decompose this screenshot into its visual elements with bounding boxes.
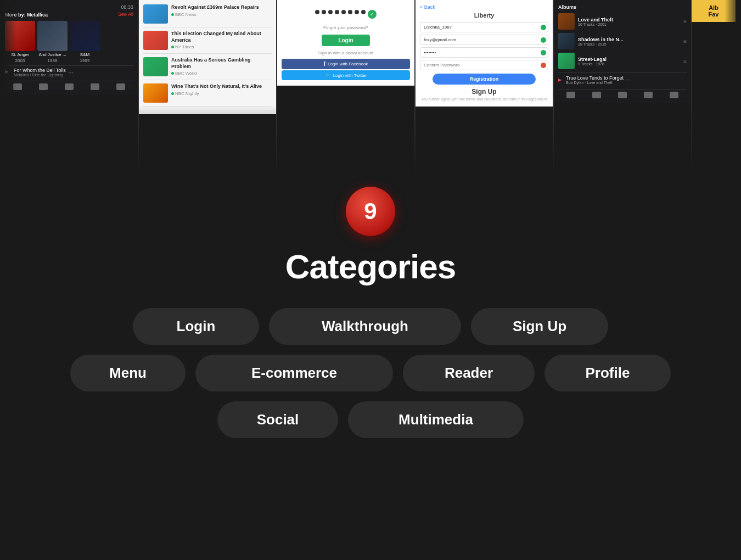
playing-more-icon[interactable]: ···: [626, 77, 630, 83]
username-field-wrapper: [420, 21, 548, 33]
album-item-1: St. Anger 2003: [5, 21, 35, 63]
spotify-action-3[interactable]: [618, 92, 627, 98]
action-icon-5[interactable]: [116, 83, 125, 90]
more-by-label: More by: Metallica: [5, 12, 48, 18]
check-mark: ✓: [368, 10, 377, 19]
social-text: Sign in with a social account: [318, 51, 374, 55]
dot-4: [335, 10, 339, 14]
spotify-art-1: [558, 13, 575, 30]
music-panel-wrapper: 08:33 More by: Metallica See All St. Ang…: [0, 0, 138, 176]
album-name-3: S&M: [70, 52, 100, 57]
tw-label: Login with Twitter: [333, 73, 367, 78]
category-profile-button[interactable]: Profile: [544, 355, 671, 391]
category-menu-button[interactable]: Menu: [70, 355, 186, 391]
category-login-button[interactable]: Login: [133, 308, 259, 345]
action-icon-1[interactable]: [13, 83, 22, 90]
album-year-3: 1999: [70, 58, 100, 63]
album-name-2: And Justice ...: [37, 52, 68, 57]
password-field-wrapper: [420, 46, 548, 59]
news-source-2: NY Times: [171, 44, 272, 49]
fb-label: Login with Facebook: [328, 61, 368, 66]
action-icon-4[interactable]: [91, 83, 99, 90]
email-input[interactable]: [420, 35, 548, 45]
category-ecommerce-button[interactable]: E-commerce: [195, 355, 393, 391]
action-icon-2[interactable]: [39, 83, 48, 90]
spotify-album-3: Street-Legal 9 Tracks · 1978 ≡: [558, 53, 687, 69]
login-panel-wrapper: ✓ Forgot your password? Login Sign in wi…: [277, 0, 415, 176]
badge-number: 9: [364, 198, 377, 225]
album-art-1: [5, 21, 35, 51]
news-title-3: Australia Has a Serious Gambling Problem: [171, 57, 272, 70]
dot-2: [322, 10, 326, 14]
twitter-login-button[interactable]: 🐦 Login with Twitter: [282, 70, 410, 80]
spotify-panel: Albums Love and Theft 16 Tracks · 2001 ≡…: [554, 0, 691, 103]
email-check-icon: [541, 37, 546, 43]
confirm-password-field-wrapper: [420, 59, 548, 71]
dot-5: [341, 10, 346, 14]
spotify-album-info-1: Love and Theft 16 Tracks · 2001: [578, 17, 613, 26]
yellow-label: AlbFav: [709, 4, 719, 18]
spotify-action-4[interactable]: [644, 92, 653, 98]
fb-icon: f: [324, 61, 325, 67]
track-name: For Whom the Bell Tolls: [14, 68, 66, 73]
spotify-album-more-3[interactable]: ≡: [683, 58, 687, 64]
category-multimedia-button[interactable]: Multimedia: [348, 401, 524, 438]
spotify-action-5[interactable]: [670, 92, 678, 98]
spotify-action-bar: [558, 89, 687, 98]
spotify-album-2: Shadows in the N... 18 Tracks · 2015 ≡: [558, 33, 687, 49]
action-bar: [5, 81, 133, 90]
news-title-4: Wine That's Not Only Natural, It's Alive: [171, 83, 262, 90]
confirm-password-input[interactable]: [420, 60, 548, 70]
album-item-2: And Justice ... 1988: [37, 21, 68, 63]
spotify-album-more-1[interactable]: ≡: [683, 19, 687, 25]
news-thumb-2: [143, 31, 168, 50]
news-title-2: This Election Changed My Mind About Amer…: [171, 31, 272, 43]
see-all-link[interactable]: See All: [118, 12, 133, 17]
news-item-4: Wine That's Not Only Natural, It's Alive…: [143, 83, 272, 107]
spotify-album-name-2: Shadows in the N...: [578, 37, 624, 42]
track-more-icon[interactable]: ···: [68, 69, 74, 76]
spotify-album-sub-1: 16 Tracks · 2001: [578, 23, 613, 26]
tw-icon: 🐦: [325, 72, 331, 78]
category-signup-button[interactable]: Sign Up: [471, 308, 608, 345]
badge-circle: 9: [346, 187, 395, 236]
spotify-action-1[interactable]: [566, 92, 575, 98]
login-main-button[interactable]: Login: [322, 35, 369, 46]
main-content: 9 Categories Login Walkthrough Sign Up M…: [0, 176, 741, 560]
spotify-album-info-2: Shadows in the N... 18 Tracks · 2015: [578, 37, 624, 46]
news-content-3: Australia Has a Serious Gambling Problem…: [171, 57, 272, 76]
news-item-1: Revolt Against £369m Palace Repairs BBC …: [143, 4, 272, 27]
password-input[interactable]: [420, 47, 548, 58]
spotify-art-3: [558, 53, 575, 69]
categories-row-2: Menu E-commerce Reader Profile: [70, 355, 671, 391]
register-button[interactable]: Registration: [433, 74, 535, 85]
spotify-panel-wrapper: Albums Love and Theft 16 Tracks · 2001 ≡…: [553, 0, 692, 176]
news-source-4: NBC Nightly: [171, 91, 262, 96]
back-button[interactable]: < Back: [420, 4, 548, 10]
news-thumb-1: [143, 4, 168, 24]
action-icon-3[interactable]: [65, 83, 74, 90]
album-art-2: [37, 21, 68, 51]
password-check-icon: [541, 50, 546, 55]
track-info: For Whom the Bell Tolls Metallica / Ride…: [14, 68, 66, 77]
liberty-title: Liberty: [420, 12, 548, 19]
news-panel: Revolt Against £369m Palace Repairs BBC …: [139, 0, 276, 114]
category-reader-button[interactable]: Reader: [403, 355, 535, 391]
signup-panel-wrapper: < Back Liberty Registration Sign Up You …: [415, 0, 553, 176]
news-thumb-3: [143, 57, 168, 76]
spotify-action-2[interactable]: [592, 92, 601, 98]
screenshots-row: 08:33 More by: Metallica See All St. Ang…: [0, 0, 741, 176]
facebook-login-button[interactable]: f Login with Facebook: [282, 59, 410, 69]
news-content-1: Revolt Against £369m Palace Repairs BBC …: [171, 4, 259, 24]
play-icon[interactable]: ▶: [5, 69, 12, 76]
play-icon-spotify[interactable]: ▶: [558, 77, 564, 83]
spotify-album-sub-2: 18 Tracks · 2015: [578, 42, 624, 46]
category-walkthrough-button[interactable]: Walkthrough: [269, 308, 461, 345]
category-social-button[interactable]: Social: [217, 401, 338, 438]
username-input[interactable]: [420, 22, 548, 32]
yellow-panel: AlbFav: [692, 0, 736, 22]
spotify-album-more-2[interactable]: ≡: [683, 38, 687, 44]
playing-info: True Love Tends to Forget Bob Dylan · Lo…: [566, 75, 624, 85]
signup-panel: < Back Liberty Registration Sign Up You …: [416, 0, 553, 107]
spotify-album-info-3: Street-Legal 9 Tracks · 1978: [578, 57, 607, 66]
